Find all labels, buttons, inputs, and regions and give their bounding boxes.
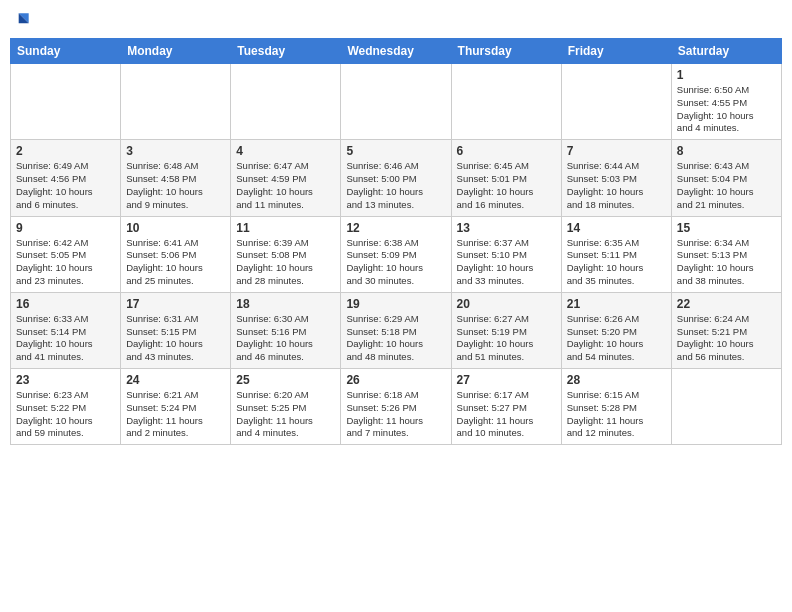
calendar-cell: 21Sunrise: 6:26 AM Sunset: 5:20 PM Dayli… (561, 292, 671, 368)
calendar-header-tuesday: Tuesday (231, 39, 341, 64)
day-number: 22 (677, 297, 776, 311)
day-info: Sunrise: 6:48 AM Sunset: 4:58 PM Dayligh… (126, 160, 225, 211)
calendar-header-saturday: Saturday (671, 39, 781, 64)
calendar-week-row: 9Sunrise: 6:42 AM Sunset: 5:05 PM Daylig… (11, 216, 782, 292)
calendar-header-sunday: Sunday (11, 39, 121, 64)
day-info: Sunrise: 6:44 AM Sunset: 5:03 PM Dayligh… (567, 160, 666, 211)
day-info: Sunrise: 6:26 AM Sunset: 5:20 PM Dayligh… (567, 313, 666, 364)
day-number: 17 (126, 297, 225, 311)
calendar-week-row: 1Sunrise: 6:50 AM Sunset: 4:55 PM Daylig… (11, 64, 782, 140)
day-number: 20 (457, 297, 556, 311)
day-info: Sunrise: 6:47 AM Sunset: 4:59 PM Dayligh… (236, 160, 335, 211)
day-number: 6 (457, 144, 556, 158)
day-info: Sunrise: 6:39 AM Sunset: 5:08 PM Dayligh… (236, 237, 335, 288)
day-number: 8 (677, 144, 776, 158)
day-info: Sunrise: 6:49 AM Sunset: 4:56 PM Dayligh… (16, 160, 115, 211)
day-number: 1 (677, 68, 776, 82)
logo-icon (12, 10, 32, 30)
calendar-cell: 6Sunrise: 6:45 AM Sunset: 5:01 PM Daylig… (451, 140, 561, 216)
day-number: 19 (346, 297, 445, 311)
calendar-cell (121, 64, 231, 140)
day-info: Sunrise: 6:45 AM Sunset: 5:01 PM Dayligh… (457, 160, 556, 211)
calendar-cell: 26Sunrise: 6:18 AM Sunset: 5:26 PM Dayli… (341, 369, 451, 445)
day-info: Sunrise: 6:23 AM Sunset: 5:22 PM Dayligh… (16, 389, 115, 440)
calendar-cell: 28Sunrise: 6:15 AM Sunset: 5:28 PM Dayli… (561, 369, 671, 445)
day-number: 21 (567, 297, 666, 311)
day-number: 16 (16, 297, 115, 311)
day-info: Sunrise: 6:29 AM Sunset: 5:18 PM Dayligh… (346, 313, 445, 364)
day-number: 13 (457, 221, 556, 235)
calendar-week-row: 2Sunrise: 6:49 AM Sunset: 4:56 PM Daylig… (11, 140, 782, 216)
day-info: Sunrise: 6:27 AM Sunset: 5:19 PM Dayligh… (457, 313, 556, 364)
page: SundayMondayTuesdayWednesdayThursdayFrid… (0, 0, 792, 612)
calendar-cell: 2Sunrise: 6:49 AM Sunset: 4:56 PM Daylig… (11, 140, 121, 216)
calendar-cell (341, 64, 451, 140)
day-info: Sunrise: 6:33 AM Sunset: 5:14 PM Dayligh… (16, 313, 115, 364)
calendar-header-wednesday: Wednesday (341, 39, 451, 64)
calendar-cell: 24Sunrise: 6:21 AM Sunset: 5:24 PM Dayli… (121, 369, 231, 445)
calendar-cell (231, 64, 341, 140)
day-number: 18 (236, 297, 335, 311)
day-number: 2 (16, 144, 115, 158)
calendar-cell: 10Sunrise: 6:41 AM Sunset: 5:06 PM Dayli… (121, 216, 231, 292)
day-number: 14 (567, 221, 666, 235)
calendar-header-monday: Monday (121, 39, 231, 64)
day-number: 4 (236, 144, 335, 158)
day-info: Sunrise: 6:17 AM Sunset: 5:27 PM Dayligh… (457, 389, 556, 440)
day-number: 12 (346, 221, 445, 235)
calendar-cell (451, 64, 561, 140)
calendar-cell: 19Sunrise: 6:29 AM Sunset: 5:18 PM Dayli… (341, 292, 451, 368)
day-number: 7 (567, 144, 666, 158)
calendar-cell (671, 369, 781, 445)
calendar-cell: 18Sunrise: 6:30 AM Sunset: 5:16 PM Dayli… (231, 292, 341, 368)
day-info: Sunrise: 6:18 AM Sunset: 5:26 PM Dayligh… (346, 389, 445, 440)
day-number: 11 (236, 221, 335, 235)
day-info: Sunrise: 6:24 AM Sunset: 5:21 PM Dayligh… (677, 313, 776, 364)
logo (10, 10, 32, 30)
calendar-table: SundayMondayTuesdayWednesdayThursdayFrid… (10, 38, 782, 445)
day-number: 10 (126, 221, 225, 235)
calendar-cell: 1Sunrise: 6:50 AM Sunset: 4:55 PM Daylig… (671, 64, 781, 140)
day-number: 24 (126, 373, 225, 387)
day-info: Sunrise: 6:38 AM Sunset: 5:09 PM Dayligh… (346, 237, 445, 288)
day-info: Sunrise: 6:20 AM Sunset: 5:25 PM Dayligh… (236, 389, 335, 440)
calendar-cell: 9Sunrise: 6:42 AM Sunset: 5:05 PM Daylig… (11, 216, 121, 292)
calendar-week-row: 23Sunrise: 6:23 AM Sunset: 5:22 PM Dayli… (11, 369, 782, 445)
header (10, 10, 782, 30)
calendar-cell: 11Sunrise: 6:39 AM Sunset: 5:08 PM Dayli… (231, 216, 341, 292)
calendar-cell: 7Sunrise: 6:44 AM Sunset: 5:03 PM Daylig… (561, 140, 671, 216)
calendar-header-row: SundayMondayTuesdayWednesdayThursdayFrid… (11, 39, 782, 64)
day-number: 9 (16, 221, 115, 235)
day-info: Sunrise: 6:30 AM Sunset: 5:16 PM Dayligh… (236, 313, 335, 364)
calendar-cell (561, 64, 671, 140)
calendar-cell: 14Sunrise: 6:35 AM Sunset: 5:11 PM Dayli… (561, 216, 671, 292)
calendar-cell: 23Sunrise: 6:23 AM Sunset: 5:22 PM Dayli… (11, 369, 121, 445)
calendar-cell: 16Sunrise: 6:33 AM Sunset: 5:14 PM Dayli… (11, 292, 121, 368)
day-info: Sunrise: 6:34 AM Sunset: 5:13 PM Dayligh… (677, 237, 776, 288)
calendar-cell: 20Sunrise: 6:27 AM Sunset: 5:19 PM Dayli… (451, 292, 561, 368)
day-info: Sunrise: 6:43 AM Sunset: 5:04 PM Dayligh… (677, 160, 776, 211)
day-info: Sunrise: 6:42 AM Sunset: 5:05 PM Dayligh… (16, 237, 115, 288)
day-number: 23 (16, 373, 115, 387)
calendar-cell: 4Sunrise: 6:47 AM Sunset: 4:59 PM Daylig… (231, 140, 341, 216)
calendar-cell: 25Sunrise: 6:20 AM Sunset: 5:25 PM Dayli… (231, 369, 341, 445)
day-info: Sunrise: 6:35 AM Sunset: 5:11 PM Dayligh… (567, 237, 666, 288)
calendar-header-thursday: Thursday (451, 39, 561, 64)
calendar-header-friday: Friday (561, 39, 671, 64)
day-number: 26 (346, 373, 445, 387)
calendar-cell: 12Sunrise: 6:38 AM Sunset: 5:09 PM Dayli… (341, 216, 451, 292)
day-info: Sunrise: 6:31 AM Sunset: 5:15 PM Dayligh… (126, 313, 225, 364)
day-info: Sunrise: 6:46 AM Sunset: 5:00 PM Dayligh… (346, 160, 445, 211)
calendar-cell: 8Sunrise: 6:43 AM Sunset: 5:04 PM Daylig… (671, 140, 781, 216)
day-info: Sunrise: 6:37 AM Sunset: 5:10 PM Dayligh… (457, 237, 556, 288)
day-info: Sunrise: 6:50 AM Sunset: 4:55 PM Dayligh… (677, 84, 776, 135)
calendar-week-row: 16Sunrise: 6:33 AM Sunset: 5:14 PM Dayli… (11, 292, 782, 368)
calendar-cell: 15Sunrise: 6:34 AM Sunset: 5:13 PM Dayli… (671, 216, 781, 292)
calendar-cell: 13Sunrise: 6:37 AM Sunset: 5:10 PM Dayli… (451, 216, 561, 292)
day-info: Sunrise: 6:21 AM Sunset: 5:24 PM Dayligh… (126, 389, 225, 440)
day-info: Sunrise: 6:15 AM Sunset: 5:28 PM Dayligh… (567, 389, 666, 440)
calendar-cell: 17Sunrise: 6:31 AM Sunset: 5:15 PM Dayli… (121, 292, 231, 368)
day-number: 5 (346, 144, 445, 158)
calendar-cell: 22Sunrise: 6:24 AM Sunset: 5:21 PM Dayli… (671, 292, 781, 368)
day-info: Sunrise: 6:41 AM Sunset: 5:06 PM Dayligh… (126, 237, 225, 288)
